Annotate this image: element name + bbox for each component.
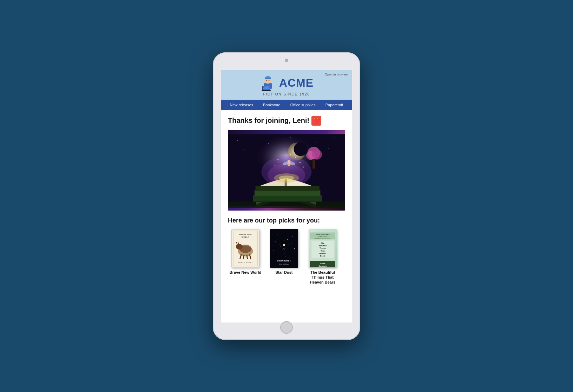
svg-point-31 <box>281 155 282 156</box>
svg-text:Heaven: Heaven <box>319 252 326 254</box>
book-cover-1: BRAVE NEW WORLD <box>231 229 259 268</box>
svg-text:BRAVE NEW: BRAVE NEW <box>239 233 252 235</box>
email-container[interactable]: Open in browser <box>221 70 352 323</box>
svg-point-20 <box>341 153 341 153</box>
svg-rect-3 <box>265 78 271 79</box>
svg-text:WORLD: WORLD <box>242 236 249 238</box>
svg-point-77 <box>280 246 281 247</box>
top-picks-heading: Here are our top picks for you: <box>228 217 345 224</box>
brand-subtitle: FICTION SINCE 1920 <box>226 92 347 96</box>
svg-point-13 <box>253 138 253 139</box>
svg-point-5 <box>269 80 269 80</box>
book-cover-2: STAR DUST Frank Bidart <box>270 229 298 268</box>
brand-title: ACME <box>279 77 314 89</box>
svg-point-26 <box>277 158 279 160</box>
svg-point-41 <box>312 150 322 160</box>
book-cover-3: A NEW YORK TIMES NOTABLE BOOK ★ PRAISED … <box>309 229 337 268</box>
ipad-screen: Open in browser <box>221 70 352 323</box>
svg-point-88 <box>282 251 283 251</box>
svg-point-74 <box>292 236 293 237</box>
svg-point-92 <box>285 256 285 257</box>
svg-rect-8 <box>262 90 271 91</box>
svg-text:Beautiful: Beautiful <box>319 245 327 247</box>
svg-point-23 <box>294 142 308 156</box>
svg-point-76 <box>291 243 291 244</box>
svg-point-19 <box>328 148 329 148</box>
nav-office-supplies[interactable]: Office supplies <box>285 100 321 110</box>
svg-point-32 <box>295 157 296 158</box>
svg-text:Dinaw: Dinaw <box>320 263 325 264</box>
ipad-device: Open in browser <box>213 52 360 340</box>
svg-point-67 <box>236 244 243 250</box>
brand-row: ACME <box>226 75 347 92</box>
email-navigation: New releases Bookstore Office supplies P… <box>221 100 352 110</box>
svg-point-75 <box>275 241 276 242</box>
svg-point-90 <box>284 253 284 254</box>
hero-scene-svg <box>228 130 345 211</box>
nav-bookstore[interactable]: Bookstore <box>258 100 285 110</box>
svg-point-80 <box>287 239 288 240</box>
svg-point-79 <box>273 250 274 251</box>
svg-point-86 <box>283 248 284 249</box>
svg-rect-53 <box>256 186 320 191</box>
book-item-beautiful-things[interactable]: A NEW YORK TIMES NOTABLE BOOK ★ PRAISED … <box>305 229 340 285</box>
svg-point-56 <box>279 175 295 180</box>
books-grid: BRAVE NEW WORLD <box>228 229 345 285</box>
email-header: Open in browser <box>221 70 352 100</box>
svg-point-4 <box>266 80 267 80</box>
svg-point-33 <box>287 152 288 153</box>
ipad-camera <box>285 59 288 62</box>
brand-mascot-icon <box>259 75 276 92</box>
svg-point-16 <box>315 141 316 142</box>
svg-point-18 <box>243 150 244 150</box>
svg-rect-54 <box>228 201 345 208</box>
book-title-2: Star Dust <box>276 270 293 275</box>
welcome-heading: Thanks for joining, Leni! ❤️ <box>228 116 345 126</box>
book-title-3: The Beautiful Things That Heaven Bears <box>305 270 340 285</box>
svg-text:ALDOUS HUXLEY: ALDOUS HUXLEY <box>238 261 253 263</box>
book-title-1: Brave New World <box>230 270 261 275</box>
ipad-home-button[interactable] <box>280 321 293 334</box>
svg-text:★ PRAISED BY CRITICS ★: ★ PRAISED BY CRITICS ★ <box>315 238 331 239</box>
heart-icon: ❤️ <box>311 116 321 126</box>
svg-point-28 <box>299 161 301 163</box>
svg-point-17 <box>334 138 335 138</box>
welcome-text: Thanks for joining, Leni! <box>228 117 309 125</box>
svg-text:Mengestu: Mengestu <box>318 265 327 267</box>
svg-point-78 <box>294 248 295 249</box>
svg-point-29 <box>275 165 276 166</box>
nav-papercraft[interactable]: Papercraft <box>321 100 348 110</box>
svg-point-91 <box>283 255 283 255</box>
svg-point-89 <box>285 252 285 252</box>
nav-new-releases[interactable]: New releases <box>225 100 258 110</box>
svg-text:NOTABLE BOOK: NOTABLE BOOK <box>318 236 328 237</box>
svg-line-64 <box>243 255 244 259</box>
svg-text:The: The <box>321 242 324 244</box>
svg-text:That: That <box>321 250 325 252</box>
hero-image <box>228 130 345 211</box>
svg-text:Things: Things <box>320 247 326 249</box>
svg-point-87 <box>284 249 285 250</box>
svg-line-65 <box>247 255 248 259</box>
svg-text:A NEW YORK TIMES: A NEW YORK TIMES <box>316 233 330 235</box>
svg-point-81 <box>283 244 285 246</box>
svg-text:Frank Bidart: Frank Bidart <box>279 263 289 265</box>
email-content: Thanks for joining, Leni! ❤️ <box>221 110 352 291</box>
svg-point-72 <box>277 234 277 235</box>
svg-point-12 <box>237 140 238 141</box>
svg-point-30 <box>303 166 304 168</box>
svg-text:STAR DUST: STAR DUST <box>277 259 291 262</box>
svg-point-73 <box>285 232 286 232</box>
book-item-star-dust[interactable]: STAR DUST Frank Bidart Star Dust <box>266 229 302 285</box>
book-item-brave-new-world[interactable]: BRAVE NEW WORLD <box>228 229 263 285</box>
open-in-browser-link[interactable]: Open in browser <box>325 73 348 76</box>
svg-rect-49 <box>253 195 322 202</box>
svg-text:Bears: Bears <box>320 254 325 257</box>
svg-point-27 <box>290 154 291 155</box>
